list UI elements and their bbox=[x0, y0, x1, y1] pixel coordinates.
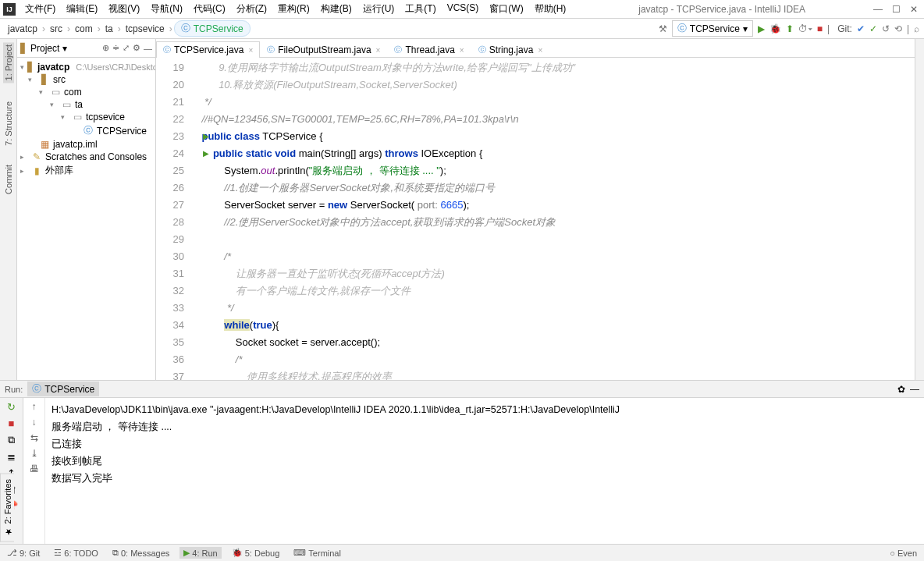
tab-fileoutputstream[interactable]: ⓒFileOutputStream.java× bbox=[260, 41, 387, 58]
code-content[interactable]: 9.使用网络字节输出流OutputStream对象中的方法write,给客户端回… bbox=[190, 58, 915, 380]
app-logo: IJ bbox=[3, 3, 16, 16]
menu-edit[interactable]: 编辑(E) bbox=[62, 1, 102, 17]
window-title: javatcp - TCPService.java - IntelliJ IDE… bbox=[570, 4, 873, 15]
close-icon[interactable]: × bbox=[248, 46, 253, 55]
run-settings-icon[interactable]: ✿ bbox=[897, 384, 905, 395]
editor-gutter[interactable]: 1920212223▶24▶25262728293031323334353637 bbox=[156, 58, 190, 380]
sb-run[interactable]: ▶ 4: Run bbox=[179, 547, 221, 559]
left-tool-strip: 1: Project 7: Structure Commit bbox=[0, 39, 17, 380]
print-icon[interactable]: 🖶 bbox=[30, 463, 39, 474]
close-icon[interactable]: × bbox=[538, 46, 542, 55]
menu-bar: 文件(F) 编辑(E) 视图(V) 导航(N) 代码(C) 分析(Z) 重构(R… bbox=[20, 1, 570, 17]
project-tree[interactable]: ▾▋javatcpC:\Users\CRJ\Deskto ▾▋src ▾▭com… bbox=[17, 58, 155, 380]
run-side-toolbar-2: ↑ ↓ ⇆ ⤓ 🖶 bbox=[23, 398, 45, 544]
run-tool-window: Run: ⓒTCPService ✿ — ↻ ■ ⧉ ≣ ↥ 🗑 📌 ↑ ↓ ⇆… bbox=[0, 380, 924, 544]
toolwindow-structure[interactable]: 7: Structure bbox=[4, 101, 13, 146]
toolwindow-project[interactable]: 1: Project bbox=[3, 42, 14, 83]
debug-button[interactable]: 🐞 bbox=[769, 23, 781, 34]
scroll-end-icon[interactable]: ⤓ bbox=[30, 448, 38, 459]
menu-file[interactable]: 文件(F) bbox=[20, 1, 60, 17]
sb-terminal[interactable]: ⌨ Terminal bbox=[290, 547, 345, 559]
up-icon[interactable]: ↑ bbox=[32, 401, 37, 412]
menu-analyze[interactable]: 分析(Z) bbox=[232, 1, 272, 17]
right-tool-strip bbox=[915, 39, 924, 380]
menu-help[interactable]: 帮助(H) bbox=[530, 1, 571, 17]
bc-pkg[interactable]: tcpsevice bbox=[123, 23, 168, 35]
hide-icon[interactable]: — bbox=[144, 44, 152, 53]
search-icon[interactable]: ⌕ bbox=[914, 23, 919, 34]
tab-string[interactable]: ⓒString.java× bbox=[471, 41, 550, 58]
project-view-selector[interactable]: Project bbox=[30, 43, 59, 54]
filters-icon[interactable]: ≣ bbox=[7, 451, 16, 463]
run-config-tab[interactable]: ⓒTCPService bbox=[27, 382, 99, 396]
git-label: Git: bbox=[837, 23, 852, 34]
stop-button[interactable]: ■ bbox=[817, 23, 823, 34]
sb-todo[interactable]: ☲ 6: TODO bbox=[50, 547, 102, 559]
menu-run[interactable]: 运行(U) bbox=[358, 1, 400, 17]
select-opened-icon[interactable]: ⊕ bbox=[102, 43, 109, 53]
coverage-button[interactable]: ⬆ bbox=[786, 23, 794, 34]
close-button[interactable]: ✕ bbox=[910, 4, 918, 15]
code-editor[interactable]: 1920212223▶24▶25262728293031323334353637… bbox=[156, 58, 915, 380]
soft-wrap-icon[interactable]: ⇆ bbox=[30, 432, 38, 443]
bc-src[interactable]: src bbox=[47, 23, 66, 35]
tab-thread[interactable]: ⓒThread.java× bbox=[387, 41, 471, 58]
expand-all-icon[interactable]: ≑ bbox=[112, 43, 119, 53]
menu-vcs[interactable]: VCS(S) bbox=[442, 1, 484, 17]
tree-tcpservice-class[interactable]: TCPService bbox=[97, 126, 147, 137]
bc-root[interactable]: javatcp bbox=[5, 23, 41, 35]
sb-debug[interactable]: 🐞 5: Debug bbox=[228, 547, 284, 559]
bc-com[interactable]: com bbox=[72, 23, 96, 35]
sb-eventlog[interactable]: ○ Even bbox=[886, 548, 921, 559]
git-revert-icon[interactable]: ⟲ bbox=[894, 23, 902, 34]
status-bar: ⎇ 9: Git ☲ 6: TODO ⧉ 0: Messages ▶ 4: Ru… bbox=[0, 544, 924, 561]
run-config-selector[interactable]: ⓒTCPService▾ bbox=[672, 20, 753, 37]
git-update-icon[interactable]: ✔ bbox=[857, 23, 865, 34]
git-commit-icon[interactable]: ✓ bbox=[869, 23, 877, 34]
menu-code[interactable]: 代码(C) bbox=[189, 1, 230, 17]
toolbar-right: ⚒ ⓒTCPService▾ ▶ 🐞 ⬆ ⏱▾ ■ | Git: ✔ ✓ ↺ ⟲… bbox=[659, 20, 919, 37]
bc-class[interactable]: ⓒTCPService bbox=[174, 20, 251, 37]
stop-icon[interactable]: ■ bbox=[9, 417, 15, 429]
navigation-bar: javatcp› src› com› ta› tcpsevice› ⓒTCPSe… bbox=[0, 19, 924, 39]
run-console[interactable]: H:\JavaDevelop\JDK11\bin\java.exe "-java… bbox=[45, 398, 924, 544]
collapse-icon[interactable]: ⤢ bbox=[123, 43, 130, 53]
breadcrumb: javatcp› src› com› ta› tcpsevice› ⓒTCPSe… bbox=[5, 20, 659, 37]
menu-tools[interactable]: 工具(T) bbox=[400, 1, 440, 17]
maximize-button[interactable]: ☐ bbox=[892, 4, 901, 15]
menu-window[interactable]: 窗口(W) bbox=[485, 1, 528, 17]
sb-git[interactable]: ⎇ 9: Git bbox=[3, 547, 44, 559]
sb-messages[interactable]: ⧉ 0: Messages bbox=[108, 547, 173, 559]
rerun-icon[interactable]: ↻ bbox=[7, 401, 16, 413]
tab-tcpservice[interactable]: ⓒTCPService.java× bbox=[156, 41, 260, 58]
git-history-icon[interactable]: ↺ bbox=[882, 23, 890, 34]
menu-view[interactable]: 视图(V) bbox=[104, 1, 144, 17]
bc-ta[interactable]: ta bbox=[102, 23, 116, 35]
menu-refactor[interactable]: 重构(R) bbox=[273, 1, 315, 17]
down-icon[interactable]: ↓ bbox=[32, 417, 37, 428]
menu-build[interactable]: 构建(B) bbox=[316, 1, 357, 17]
title-bar: IJ 文件(F) 编辑(E) 视图(V) 导航(N) 代码(C) 分析(Z) 重… bbox=[0, 0, 924, 19]
editor-tabs: ⓒTCPService.java× ⓒFileOutputStream.java… bbox=[156, 39, 915, 58]
hammer-icon[interactable]: ⚒ bbox=[659, 23, 667, 34]
profile-button[interactable]: ⏱▾ bbox=[798, 23, 812, 34]
run-button[interactable]: ▶ bbox=[758, 23, 765, 34]
project-panel-header: ▋ Project ▾ ⊕ ≑ ⤢ ⚙ — bbox=[17, 39, 155, 58]
gear-icon[interactable]: ⚙ bbox=[133, 43, 140, 53]
close-icon[interactable]: × bbox=[460, 46, 464, 55]
menu-navigate[interactable]: 导航(N) bbox=[146, 1, 187, 17]
run-hide-icon[interactable]: — bbox=[910, 384, 919, 395]
toolwindow-favorites[interactable]: ★ 2: Favorites bbox=[0, 474, 14, 542]
toolwindow-commit[interactable]: Commit bbox=[4, 165, 13, 194]
layout-icon[interactable]: ⧉ bbox=[8, 434, 15, 446]
minimize-button[interactable]: — bbox=[873, 4, 883, 15]
editor-area: ⓒTCPService.java× ⓒFileOutputStream.java… bbox=[156, 39, 915, 380]
run-label: Run: bbox=[5, 385, 23, 394]
close-icon[interactable]: × bbox=[376, 46, 381, 55]
project-panel: ▋ Project ▾ ⊕ ≑ ⤢ ⚙ — ▾▋javatcpC:\Users\… bbox=[17, 39, 156, 380]
